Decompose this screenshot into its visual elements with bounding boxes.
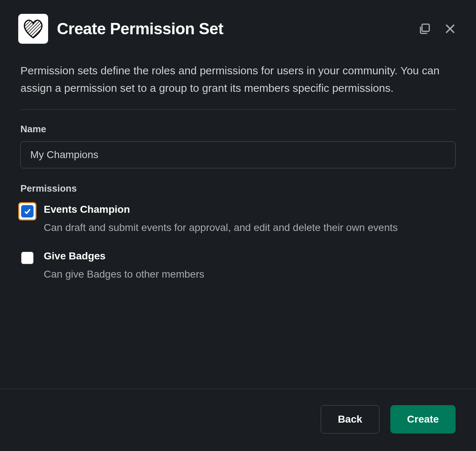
header-actions	[417, 21, 458, 36]
permission-text: Events Champion Can draft and submit eve…	[44, 204, 456, 236]
create-permission-set-modal: Create Permission Set Permission sets de…	[0, 0, 476, 451]
modal-title: Create Permission Set	[57, 20, 408, 38]
modal-body: Permission sets define the roles and per…	[0, 55, 476, 389]
svg-rect-2	[422, 24, 429, 31]
permission-title: Give Badges	[44, 250, 456, 262]
back-button[interactable]: Back	[321, 405, 379, 434]
permission-text: Give Badges Can give Badges to other mem…	[44, 250, 456, 283]
name-label: Name	[20, 123, 456, 135]
app-icon	[18, 14, 48, 44]
permission-row-give-badges: Give Badges Can give Badges to other mem…	[20, 250, 456, 283]
checkbox-unchecked-icon	[21, 252, 34, 264]
divider	[20, 109, 456, 110]
modal-footer: Back Create	[0, 389, 476, 451]
heart-rope-icon	[21, 17, 45, 41]
create-button[interactable]: Create	[390, 405, 456, 434]
name-input[interactable]	[20, 141, 456, 168]
permission-row-events-champion: Events Champion Can draft and submit eve…	[20, 204, 456, 236]
description-text: Permission sets define the roles and per…	[20, 62, 456, 97]
checkbox-checked-icon	[21, 205, 34, 217]
permissions-label: Permissions	[20, 183, 456, 194]
pop-out-button[interactable]	[417, 21, 432, 36]
modal-header: Create Permission Set	[0, 0, 476, 55]
permission-description: Can give Badges to other members	[44, 266, 456, 283]
events-champion-checkbox[interactable]	[20, 204, 34, 218]
permission-description: Can draft and submit events for approval…	[44, 219, 456, 236]
permission-title: Events Champion	[44, 204, 456, 215]
close-button[interactable]	[442, 21, 458, 36]
pop-out-icon	[418, 23, 431, 35]
give-badges-checkbox[interactable]	[20, 251, 34, 265]
close-icon	[444, 23, 456, 35]
